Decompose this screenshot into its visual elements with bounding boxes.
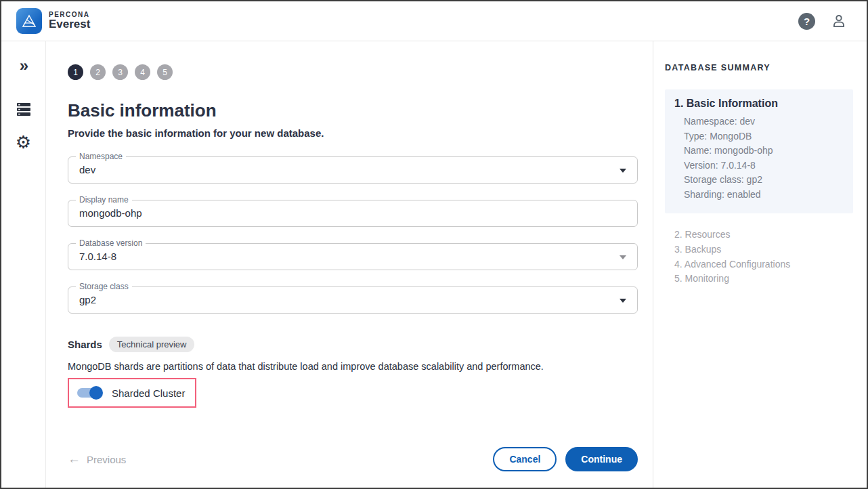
percona-logo-icon <box>16 8 42 34</box>
previous-label: Previous <box>87 454 126 465</box>
summary-section-1-title: 1. Basic Information <box>674 98 844 110</box>
summary-namespace: Namespace: dev <box>684 114 844 129</box>
cancel-button[interactable]: Cancel <box>493 447 557 471</box>
storage-class-label: Storage class <box>76 282 132 291</box>
sharded-cluster-toggle-label: Sharded Cluster <box>112 387 185 399</box>
page-title: Basic information <box>68 100 638 121</box>
database-summary-title: DATABASE SUMMARY <box>665 63 853 72</box>
chevron-down-icon <box>620 255 626 259</box>
summary-version: Version: 7.0.14-8 <box>684 158 844 173</box>
summary-section-monitoring: 5. Monitoring <box>674 272 853 286</box>
previous-button[interactable]: ← Previous <box>68 452 126 467</box>
settings-gear-icon[interactable]: ⚙ <box>16 133 31 151</box>
left-nav-rail: » ⚙ <box>1 41 46 488</box>
database-version-label: Database version <box>76 238 146 248</box>
technical-preview-badge: Technical preview <box>109 337 195 352</box>
database-version-select[interactable]: Database version 7.0.14-8 <box>68 243 638 270</box>
shards-description: MongoDB shards are partitions of data th… <box>68 361 638 372</box>
storage-class-value: gp2 <box>68 287 637 313</box>
summary-sharding: Sharding: enabled <box>684 188 844 203</box>
red-annotation-box: Sharded Cluster <box>68 378 196 408</box>
namespace-label: Namespace <box>76 152 126 161</box>
sharded-cluster-toggle[interactable] <box>76 386 103 400</box>
everest-logo[interactable]: PERCONA Everest <box>16 8 90 34</box>
summary-name: Name: mongodb-ohp <box>684 144 844 158</box>
step-1[interactable]: 1 <box>68 64 83 80</box>
database-version-value: 7.0.14-8 <box>68 244 637 270</box>
storage-class-select[interactable]: Storage class gp2 <box>68 286 638 314</box>
namespace-value: dev <box>68 157 637 183</box>
chevron-down-icon <box>620 299 626 303</box>
step-4[interactable]: 4 <box>135 64 150 80</box>
step-3[interactable]: 3 <box>112 64 128 80</box>
wizard-stepper: 1 2 3 4 5 <box>68 64 638 80</box>
expand-sidebar-icon[interactable]: » <box>20 58 27 74</box>
summary-storage-class: Storage class: gp2 <box>684 173 844 188</box>
summary-section-resources: 2. Resources <box>674 228 853 242</box>
continue-button[interactable]: Continue <box>565 447 638 471</box>
chevron-down-icon <box>620 169 626 173</box>
shards-section-label: Shards <box>68 339 102 350</box>
display-name-label: Display name <box>76 195 132 205</box>
summary-basic-information-card: 1. Basic Information Namespace: dev Type… <box>665 89 853 213</box>
display-name-input[interactable]: Display name mongodb-ohp <box>68 200 638 227</box>
page-subtitle: Provide the basic information for your n… <box>68 127 638 139</box>
step-5[interactable]: 5 <box>157 64 173 80</box>
namespace-select[interactable]: Namespace dev <box>68 156 638 184</box>
help-icon[interactable]: ? <box>798 13 815 30</box>
display-name-value: mongodb-ohp <box>68 200 637 226</box>
app-header: PERCONA Everest ? <box>1 1 867 41</box>
user-profile-icon[interactable] <box>830 12 848 30</box>
summary-type: Type: MongoDB <box>684 129 844 144</box>
brand-everest: Everest <box>49 18 90 31</box>
toggle-thumb <box>89 386 103 400</box>
summary-section-backups: 3. Backups <box>674 242 853 257</box>
arrow-left-icon: ← <box>68 452 81 467</box>
databases-list-icon[interactable] <box>16 102 32 117</box>
summary-section-advanced-configurations: 4. Advanced Configurations <box>674 257 853 272</box>
step-2[interactable]: 2 <box>90 64 106 80</box>
database-summary-panel: DATABASE SUMMARY 1. Basic Information Na… <box>653 41 867 488</box>
